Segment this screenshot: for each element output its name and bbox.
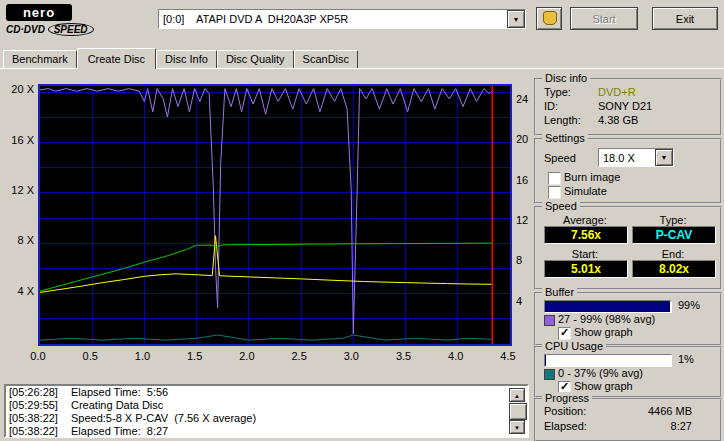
chevron-down-icon[interactable]: ▼	[507, 10, 525, 28]
start-button[interactable]: Start	[570, 7, 638, 30]
elapsed-label: Elapsed:	[544, 420, 587, 432]
write-type-value: P-CAV	[632, 226, 716, 244]
average-speed-value: 7.56x	[544, 226, 628, 244]
tab-bar: Benchmark Create Disc Disc Info Disc Qua…	[3, 47, 358, 68]
write-speed-chart	[38, 84, 512, 346]
x-axis-tick-label: 1.5	[183, 350, 207, 363]
x-axis-tick-label: 1.0	[130, 350, 154, 363]
buffer-title: Buffer	[542, 286, 577, 298]
speed-group-title: Speed	[542, 200, 580, 212]
speed-select-combobox[interactable]: 18.0 X ▼	[598, 148, 674, 167]
nero-logo: nero	[6, 4, 72, 21]
settings-group: Settings Speed 18.0 X ▼ Burn image Simul…	[534, 138, 722, 204]
burn-image-label: Burn image	[564, 171, 620, 184]
tab-scandisc[interactable]: ScanDisc	[294, 50, 358, 68]
cpu-range-text: 0 - 37% (9% avg)	[558, 367, 643, 379]
event-log-listbox[interactable]: [05:26:28] Elapsed Time: 5:56 [05:29:55]…	[4, 384, 529, 438]
log-line: [05:38:22] Elapsed Time: 8:27	[6, 425, 527, 438]
average-label: Average:	[544, 214, 626, 226]
settings-title: Settings	[542, 132, 588, 144]
speed-select-value: 18.0 X	[599, 152, 655, 164]
cd-dvd-speed-logo: CD·DVD SPEED	[6, 23, 94, 36]
buffer-percent-label: 99%	[678, 299, 700, 311]
cpu-usage-group: CPU Usage 1% 0 - 37% (9% avg) Show graph	[534, 346, 722, 398]
tab-disc-quality[interactable]: Disc Quality	[217, 50, 294, 68]
x-axis-tick-label: 3.5	[392, 350, 416, 363]
progress-title: Progress	[542, 392, 592, 404]
x-axis-tick-label: 4.0	[444, 350, 468, 363]
cpu-legend-swatch	[544, 369, 555, 380]
speed-group: Speed Average: Type: 7.56x P-CAV Start: …	[534, 206, 722, 290]
left-axis-tick-label: 20 X	[4, 83, 34, 96]
x-axis-tick-label: 2.0	[235, 350, 259, 363]
disc-length-label: Length:	[544, 114, 581, 126]
buffer-range-text: 27 - 99% (98% avg)	[558, 313, 655, 325]
x-axis-tick-label: 0.0	[26, 350, 50, 363]
progress-group: Progress Position: 4466 MB Elapsed: 8:27	[534, 398, 722, 441]
disc-info-title: Disc info	[542, 72, 590, 84]
eject-tray-button[interactable]	[536, 7, 562, 30]
simulate-checkbox[interactable]	[548, 186, 561, 199]
position-label: Position:	[544, 405, 586, 417]
log-line: [05:29:55] Creating Data Disc	[6, 399, 527, 412]
left-axis-tick-label: 12 X	[4, 184, 34, 197]
scroll-up-icon[interactable]: ▲	[509, 388, 525, 402]
x-axis-tick-label: 2.5	[287, 350, 311, 363]
end-speed-label: End:	[632, 248, 714, 260]
left-axis-tick-label: 8 X	[4, 234, 34, 247]
disc-length-value: 4.38 GB	[598, 114, 638, 126]
type-label: Type:	[632, 214, 714, 226]
tab-disc-info[interactable]: Disc Info	[156, 50, 217, 68]
left-axis-tick-label: 4 X	[4, 285, 34, 298]
cpu-progress-fill	[545, 355, 546, 366]
buffer-legend-swatch	[544, 315, 555, 326]
left-axis-tick-label: 16 X	[4, 134, 34, 147]
start-speed-value: 5.01x	[544, 260, 628, 278]
logo-speed-text: SPEED	[48, 23, 94, 36]
disc-info-group: Disc info Type: DVD+R ID: SONY D21 Lengt…	[534, 78, 722, 136]
tab-benchmark[interactable]: Benchmark	[3, 50, 77, 68]
buffer-progressbar	[544, 300, 672, 313]
cpu-progressbar	[544, 354, 672, 367]
log-line: [05:26:28] Elapsed Time: 5:56	[6, 386, 527, 399]
buffer-show-graph-label: Show graph	[574, 326, 633, 339]
buffer-group: Buffer 99% 27 - 99% (98% avg) Show graph	[534, 292, 722, 346]
buffer-progress-fill	[545, 301, 670, 312]
start-speed-label: Start:	[544, 248, 626, 260]
burn-image-checkbox[interactable]	[548, 172, 561, 185]
x-axis-tick-label: 0.5	[78, 350, 102, 363]
drive-select-value: [0:0] ATAPI DVD A DH20A3P XP5R	[159, 13, 507, 25]
scroll-down-icon[interactable]: ▼	[509, 420, 525, 434]
disc-type-value: DVD+R	[598, 86, 636, 98]
end-speed-value: 8.02x	[632, 260, 716, 278]
exit-button[interactable]: Exit	[652, 7, 718, 30]
simulate-label: Simulate	[564, 185, 607, 198]
cpu-usage-title: CPU Usage	[542, 340, 606, 352]
buffer-show-graph-checkbox[interactable]	[558, 327, 571, 340]
disc-id-value: SONY D21	[598, 100, 652, 112]
chevron-down-icon[interactable]: ▼	[655, 149, 673, 166]
x-axis-tick-label: 3.0	[339, 350, 363, 363]
logo-cddvd-text: CD·DVD	[6, 24, 45, 35]
speed-label: Speed	[544, 152, 576, 164]
elapsed-value: 8:27	[602, 420, 692, 432]
disc-type-label: Type:	[544, 86, 571, 98]
log-scrollbar[interactable]: ▲ ▼	[509, 388, 525, 434]
tab-create-disc[interactable]: Create Disc	[77, 48, 156, 69]
x-axis-tick-label: 4.5	[496, 350, 520, 363]
disc-id-label: ID:	[544, 100, 558, 112]
position-value: 4466 MB	[602, 405, 692, 417]
drive-select-combobox[interactable]: [0:0] ATAPI DVD A DH20A3P XP5R ▼	[158, 9, 526, 29]
scrollbar-thumb[interactable]	[509, 403, 527, 420]
hand-icon	[543, 11, 557, 25]
cpu-percent-label: 1%	[678, 353, 694, 365]
log-line: [05:38:22] Speed:5-8 X P-CAV (7.56 X ave…	[6, 412, 527, 425]
